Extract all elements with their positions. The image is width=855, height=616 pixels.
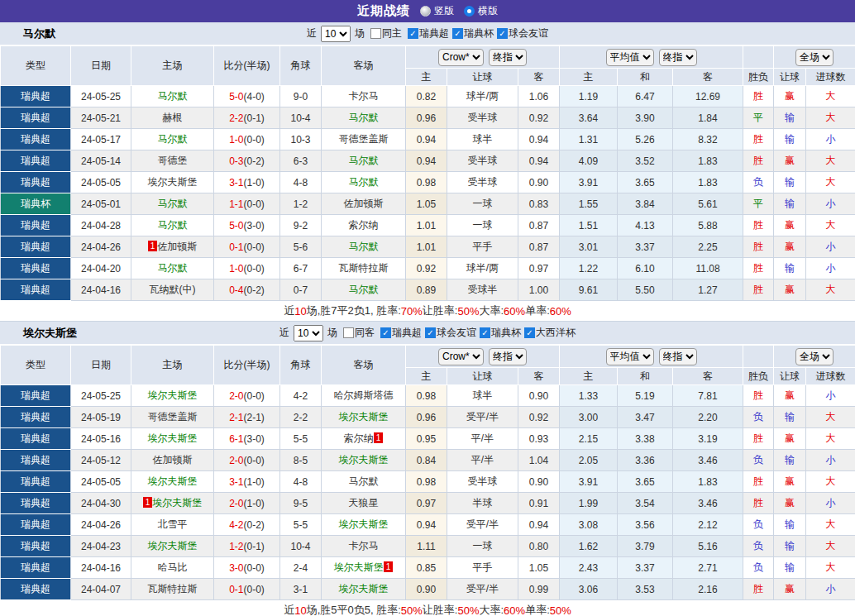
checkbox-checked-icon[interactable]: ✓: [408, 28, 418, 39]
score-cell: 2-1(2-1): [214, 407, 280, 428]
match-date: 24-05-25: [71, 385, 131, 407]
away-team: 埃尔夫斯堡: [322, 407, 406, 428]
league-filter[interactable]: ✓瑞典超: [380, 326, 422, 340]
avg-draw-odds: 4.13: [618, 215, 673, 236]
league-type-badge: 瑞典超: [1, 385, 71, 407]
checkbox-checked-icon[interactable]: ✓: [452, 28, 463, 39]
same-venue-filter[interactable]: 同主: [370, 26, 402, 41]
league-label: 球会友谊: [437, 326, 476, 340]
radio-horizontal-layout[interactable]: 横版: [464, 4, 498, 18]
team-name: 马尔默: [158, 198, 188, 209]
handicap-line: 一球: [447, 536, 518, 557]
match-date: 24-05-05: [71, 471, 131, 493]
avg-draw-odds: 3.37: [618, 557, 673, 579]
league-type-badge: 瑞典超: [1, 107, 71, 129]
match-date: 24-05-14: [71, 150, 131, 172]
halftime-score: (0-2): [244, 155, 265, 167]
corner-count: 3-1: [280, 579, 322, 600]
avg-draw-odds: 3.79: [618, 536, 673, 557]
odds-company-select[interactable]: Crow*: [438, 348, 484, 365]
scope-select[interactable]: 全场: [795, 49, 834, 66]
col-header-home: 主场: [131, 346, 214, 385]
home-team: 埃尔夫斯堡: [131, 172, 214, 193]
radio-unselected-icon[interactable]: [420, 6, 431, 17]
checkbox-unchecked-icon[interactable]: [370, 28, 381, 39]
score-cell: 2-0(0-0): [214, 450, 280, 471]
recent-count-select[interactable]: 10: [294, 325, 323, 341]
score-cell: 3-1(1-0): [214, 471, 280, 493]
summary-segment: 50%: [457, 305, 479, 318]
league-filter[interactable]: ✓瑞典超: [408, 26, 449, 41]
avg-home-odds: 3.00: [560, 407, 618, 428]
red-card-badge: 1: [148, 241, 158, 251]
record-summary-malmo: 近10场,胜7平2负1, 胜率:70% 让胜率:50% 大率:60% 单率:60…: [0, 301, 855, 322]
avg-stage-select[interactable]: 终指: [659, 348, 697, 365]
radio-selected-icon[interactable]: [464, 6, 475, 17]
corner-count: 10-4: [280, 107, 322, 129]
fulltime-score: 0-3: [229, 155, 243, 167]
result-wdl: 平: [743, 107, 774, 129]
checkbox-checked-icon[interactable]: ✓: [425, 327, 436, 338]
avg-home-odds: 3.91: [560, 172, 618, 193]
checkbox-unchecked-icon[interactable]: [343, 327, 354, 338]
avg-source-select[interactable]: 平均值: [606, 49, 654, 66]
match-row: 瑞典超24-04-301埃尔夫斯堡2-0(1-0)9-5天狼星0.97半球0.9…: [1, 493, 855, 514]
avg-stage-select[interactable]: 终指: [659, 49, 697, 66]
league-filter[interactable]: ✓瑞典杯: [452, 26, 494, 41]
halftime-score: (0-0): [244, 584, 265, 595]
league-label: 瑞典超: [392, 326, 422, 340]
halftime-score: (3-0): [244, 433, 265, 445]
checkbox-checked-icon[interactable]: ✓: [480, 327, 490, 338]
home-odds: 0.98: [406, 385, 447, 407]
halftime-score: (0-0): [244, 263, 265, 275]
avg-away-odds: 8.32: [673, 129, 743, 150]
odds-company-select[interactable]: Crow*: [438, 49, 484, 66]
title-bar: 近期战绩 竖版 横版: [0, 0, 855, 22]
checkbox-checked-icon[interactable]: ✓: [380, 327, 391, 338]
summary-segment: 大率:: [479, 603, 504, 616]
odds-stage-select[interactable]: 终指: [489, 49, 527, 66]
avg-source-select[interactable]: 平均值: [606, 348, 654, 365]
summary-segment: 10: [294, 604, 306, 616]
score-cell: 2-2(0-1): [214, 107, 280, 129]
recent-count-select[interactable]: 10: [321, 26, 351, 42]
league-filter[interactable]: ✓球会友谊: [497, 26, 548, 41]
score-cell: 1-0(0-0): [214, 129, 280, 150]
corner-count: 0-7: [280, 279, 322, 301]
match-date: 24-04-16: [71, 279, 131, 301]
fulltime-score: 0-4: [229, 284, 243, 296]
summary-segment: 单率:: [525, 603, 550, 616]
away-team: 埃尔夫斯堡: [322, 579, 406, 600]
avg-away-odds: 1.83: [673, 150, 743, 172]
radio-vertical-layout[interactable]: 竖版: [420, 4, 454, 18]
league-type-badge: 瑞典超: [1, 407, 71, 428]
home-team: 1佐加顿斯: [131, 236, 214, 258]
checkbox-checked-icon[interactable]: ✓: [524, 327, 535, 338]
odds-stage-select[interactable]: 终指: [489, 348, 527, 365]
match-date: 24-04-20: [71, 258, 131, 279]
home-team: 埃尔夫斯堡: [131, 385, 214, 407]
team-title: 埃尔夫斯堡: [23, 326, 77, 341]
home-odds: 1.05: [406, 193, 447, 215]
same-venue-label: 同主: [382, 26, 402, 41]
col-header-wdl: 胜负: [743, 69, 774, 86]
halftime-score: (0-0): [244, 455, 265, 466]
league-type-badge: 瑞典超: [1, 557, 71, 579]
same-venue-filter[interactable]: 同客: [343, 326, 375, 340]
league-filter[interactable]: ✓大西洋杯: [524, 326, 576, 340]
avg-home-odds: 1.19: [560, 86, 618, 107]
result-wdl: 胜: [743, 150, 774, 172]
checkbox-checked-icon[interactable]: ✓: [497, 28, 508, 39]
match-row: 瑞典超24-04-23埃尔夫斯堡1-2(0-1)10-4卡尔马1.11一球0.8…: [1, 536, 855, 557]
avg-controls: 平均值终指: [560, 346, 743, 368]
match-date: 24-04-28: [71, 215, 131, 236]
handicap-line: 受平/半: [447, 514, 518, 536]
result-handicap: 赢: [774, 86, 806, 107]
scope-select[interactable]: 全场: [795, 348, 834, 365]
home-odds: 1.01: [406, 236, 447, 258]
halftime-score: (0-0): [244, 562, 265, 574]
match-row: 瑞典超24-04-261佐加顿斯0-1(0-0)5-6马尔默1.01平手0.87…: [1, 236, 855, 258]
league-filter[interactable]: ✓球会友谊: [425, 326, 476, 340]
league-filter[interactable]: ✓瑞典杯: [480, 326, 521, 340]
match-row: 瑞典超24-04-07瓦斯特拉斯0-1(0-0)3-1埃尔夫斯堡0.90受平/半…: [1, 579, 855, 600]
